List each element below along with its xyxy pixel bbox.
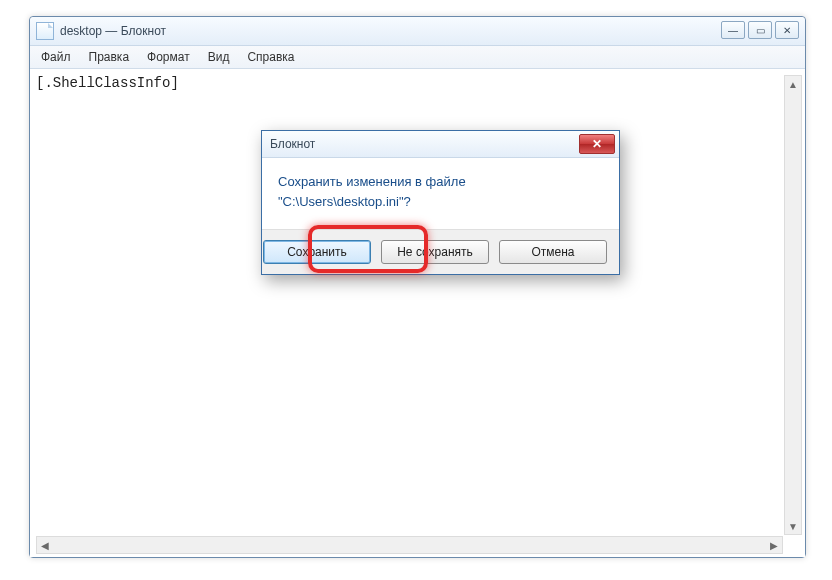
save-dialog: Блокнот ✕ Сохранить изменения в файле "C… bbox=[261, 130, 620, 275]
dialog-button-row: Сохранить Не сохранять Отмена bbox=[262, 229, 619, 274]
notepad-window: desktop — Блокнот — ▭ ✕ Файл Правка Форм… bbox=[29, 16, 806, 558]
scroll-down-icon[interactable]: ▼ bbox=[785, 518, 801, 534]
menu-format[interactable]: Формат bbox=[138, 48, 199, 66]
maximize-button[interactable]: ▭ bbox=[748, 21, 772, 39]
close-icon: ✕ bbox=[592, 137, 602, 151]
maximize-icon: ▭ bbox=[756, 25, 765, 36]
vertical-scrollbar[interactable]: ▲ ▼ bbox=[784, 75, 802, 535]
dialog-message-line1: Сохранить изменения в файле bbox=[278, 172, 603, 192]
dialog-body: Сохранить изменения в файле "C:\Users\de… bbox=[262, 158, 619, 229]
close-button[interactable]: ✕ bbox=[775, 21, 799, 39]
close-icon: ✕ bbox=[783, 25, 791, 36]
window-title: desktop — Блокнот bbox=[60, 24, 166, 38]
menu-help[interactable]: Справка bbox=[238, 48, 303, 66]
scroll-right-icon[interactable]: ▶ bbox=[766, 537, 782, 553]
document-icon bbox=[36, 22, 54, 40]
menu-edit[interactable]: Правка bbox=[80, 48, 139, 66]
titlebar[interactable]: desktop — Блокнот — ▭ ✕ bbox=[30, 17, 805, 46]
horizontal-scrollbar[interactable]: ◀ ▶ bbox=[36, 536, 783, 554]
menu-view[interactable]: Вид bbox=[199, 48, 239, 66]
menu-file[interactable]: Файл bbox=[32, 48, 80, 66]
dialog-close-button[interactable]: ✕ bbox=[579, 134, 615, 154]
dialog-message-line2: "C:\Users\desktop.ini"? bbox=[278, 192, 603, 212]
minimize-button[interactable]: — bbox=[721, 21, 745, 39]
minimize-icon: — bbox=[728, 25, 738, 36]
scroll-up-icon[interactable]: ▲ bbox=[785, 76, 801, 92]
cancel-button[interactable]: Отмена bbox=[499, 240, 607, 264]
dialog-titlebar[interactable]: Блокнот ✕ bbox=[262, 131, 619, 158]
dialog-title: Блокнот bbox=[270, 137, 315, 151]
scroll-left-icon[interactable]: ◀ bbox=[37, 537, 53, 553]
menubar: Файл Правка Формат Вид Справка bbox=[30, 46, 805, 69]
dont-save-button[interactable]: Не сохранять bbox=[381, 240, 489, 264]
save-button[interactable]: Сохранить bbox=[263, 240, 371, 264]
